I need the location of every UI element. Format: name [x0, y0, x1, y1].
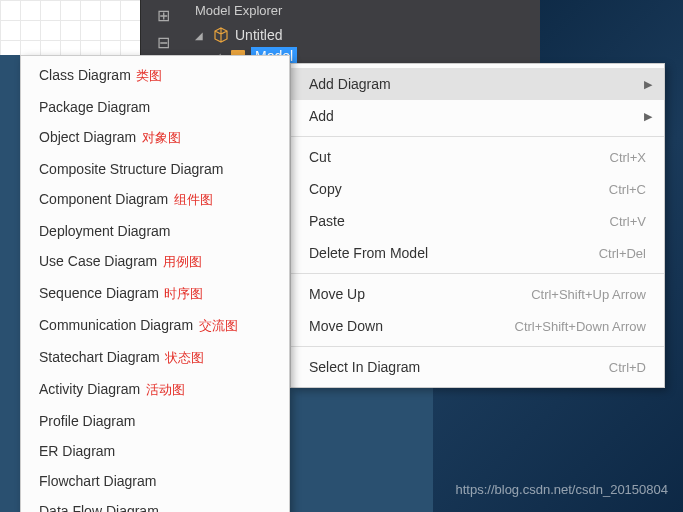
tree-root-item[interactable]: ◢ Untitled: [195, 25, 297, 45]
submenu-item-label: Component Diagram: [39, 191, 168, 207]
menu-item-label: Add Diagram: [309, 76, 391, 92]
submenu-item-label: Composite Structure Diagram: [39, 161, 223, 177]
view-icon-2[interactable]: ⊟: [151, 30, 175, 54]
menu-item-move-down[interactable]: Move DownCtrl+Shift+Down Arrow: [291, 310, 664, 342]
cube-icon: [213, 27, 229, 43]
submenu-item-label: Package Diagram: [39, 99, 150, 115]
submenu-item-label: Use Case Diagram: [39, 253, 157, 269]
menu-separator: [291, 273, 664, 274]
annotation-text: 对象图: [138, 130, 181, 145]
submenu-item-label: Class Diagram: [39, 67, 131, 83]
submenu-item-label: Statechart Diagram: [39, 349, 160, 365]
menu-item-cut[interactable]: CutCtrl+X: [291, 141, 664, 173]
submenu-item-class-diagram[interactable]: Class Diagram 类图: [21, 60, 289, 92]
menu-item-add-diagram[interactable]: Add Diagram▶: [291, 68, 664, 100]
menu-item-paste[interactable]: PasteCtrl+V: [291, 205, 664, 237]
submenu-item-statechart-diagram[interactable]: Statechart Diagram 状态图: [21, 342, 289, 374]
annotation-text: 状态图: [162, 350, 205, 365]
menu-item-add[interactable]: Add▶: [291, 100, 664, 132]
submenu-item-flowchart-diagram[interactable]: Flowchart Diagram: [21, 466, 289, 496]
submenu-item-label: Data Flow Diagram: [39, 503, 159, 512]
tree-expand-icon: ◢: [195, 30, 207, 41]
submenu-item-component-diagram[interactable]: Component Diagram 组件图: [21, 184, 289, 216]
submenu-item-composite-structure-diagram[interactable]: Composite Structure Diagram: [21, 154, 289, 184]
submenu-arrow-icon: ▶: [644, 78, 652, 91]
annotation-text: 组件图: [170, 192, 213, 207]
submenu-item-er-diagram[interactable]: ER Diagram: [21, 436, 289, 466]
menu-shortcut: Ctrl+C: [609, 182, 646, 197]
menu-item-label: Move Down: [309, 318, 383, 334]
submenu-item-label: Activity Diagram: [39, 381, 140, 397]
menu-item-move-up[interactable]: Move UpCtrl+Shift+Up Arrow: [291, 278, 664, 310]
submenu-item-label: Profile Diagram: [39, 413, 135, 429]
menu-separator: [291, 136, 664, 137]
menu-shortcut: Ctrl+Del: [599, 246, 646, 261]
submenu-item-label: Deployment Diagram: [39, 223, 171, 239]
menu-item-delete-from-model[interactable]: Delete From ModelCtrl+Del: [291, 237, 664, 269]
menu-item-label: Add: [309, 108, 334, 124]
submenu-item-label: Flowchart Diagram: [39, 473, 156, 489]
annotation-text: 时序图: [161, 286, 204, 301]
add-diagram-submenu: Class Diagram 类图Package DiagramObject Di…: [20, 55, 290, 512]
annotation-text: 用例图: [159, 254, 202, 269]
submenu-item-sequence-diagram[interactable]: Sequence Diagram 时序图: [21, 278, 289, 310]
watermark: https://blog.csdn.net/csdn_20150804: [456, 482, 669, 497]
submenu-item-use-case-diagram[interactable]: Use Case Diagram 用例图: [21, 246, 289, 278]
submenu-item-label: Communication Diagram: [39, 317, 193, 333]
submenu-item-communication-diagram[interactable]: Communication Diagram 交流图: [21, 310, 289, 342]
submenu-item-data-flow-diagram[interactable]: Data Flow Diagram: [21, 496, 289, 512]
annotation-text: 交流图: [195, 318, 238, 333]
menu-shortcut: Ctrl+D: [609, 360, 646, 375]
menu-item-label: Paste: [309, 213, 345, 229]
submenu-item-object-diagram[interactable]: Object Diagram 对象图: [21, 122, 289, 154]
menu-separator: [291, 346, 664, 347]
canvas-grid: [0, 0, 140, 55]
tree-root-label: Untitled: [235, 27, 282, 43]
menu-item-label: Cut: [309, 149, 331, 165]
panel-title: Model Explorer: [195, 3, 282, 18]
submenu-item-activity-diagram[interactable]: Activity Diagram 活动图: [21, 374, 289, 406]
menu-item-select-in-diagram[interactable]: Select In DiagramCtrl+D: [291, 351, 664, 383]
submenu-item-deployment-diagram[interactable]: Deployment Diagram: [21, 216, 289, 246]
context-menu: Add Diagram▶Add▶CutCtrl+XCopyCtrl+CPaste…: [290, 63, 665, 388]
menu-item-label: Move Up: [309, 286, 365, 302]
view-icon-1[interactable]: ⊞: [151, 3, 175, 27]
menu-item-label: Delete From Model: [309, 245, 428, 261]
submenu-item-package-diagram[interactable]: Package Diagram: [21, 92, 289, 122]
menu-item-label: Select In Diagram: [309, 359, 420, 375]
menu-item-copy[interactable]: CopyCtrl+C: [291, 173, 664, 205]
annotation-text: 活动图: [142, 382, 185, 397]
submenu-item-label: Object Diagram: [39, 129, 136, 145]
submenu-arrow-icon: ▶: [644, 110, 652, 123]
submenu-item-profile-diagram[interactable]: Profile Diagram: [21, 406, 289, 436]
menu-item-label: Copy: [309, 181, 342, 197]
menu-shortcut: Ctrl+V: [610, 214, 646, 229]
menu-shortcut: Ctrl+X: [610, 150, 646, 165]
submenu-item-label: Sequence Diagram: [39, 285, 159, 301]
annotation-text: 类图: [133, 68, 163, 83]
submenu-item-label: ER Diagram: [39, 443, 115, 459]
menu-shortcut: Ctrl+Shift+Down Arrow: [515, 319, 647, 334]
menu-shortcut: Ctrl+Shift+Up Arrow: [531, 287, 646, 302]
